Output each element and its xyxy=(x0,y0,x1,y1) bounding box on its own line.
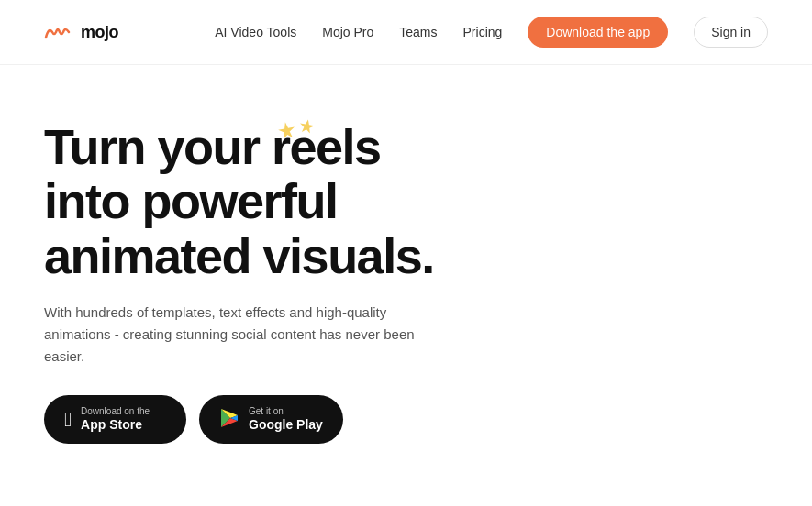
hero-section: Turn your reels xyxy=(0,65,514,506)
logo-text: mojo xyxy=(81,23,118,42)
hero-subtitle: With hundreds of templates, text effects… xyxy=(44,302,429,368)
logo: mojo xyxy=(44,23,118,42)
google-play-button[interactable]: Get it on Google Play xyxy=(199,395,343,444)
logo-svg xyxy=(44,23,73,41)
nav-link-ai-video-tools[interactable]: AI Video Tools xyxy=(215,25,296,39)
google-play-text: Get it on Google Play xyxy=(249,406,323,433)
app-store-label: App Store xyxy=(81,417,142,433)
download-app-button[interactable]: Download the app xyxy=(528,16,668,48)
hero-title-line3: animated visuals. xyxy=(44,228,434,283)
google-play-icon xyxy=(219,408,239,432)
nav-link-teams[interactable]: Teams xyxy=(399,25,437,39)
logo-icon xyxy=(44,23,73,41)
app-store-button[interactable]:  Download on the App Store xyxy=(44,395,186,444)
store-buttons:  Download on the App Store G xyxy=(44,395,470,444)
hero-title-prefix: Turn your xyxy=(44,119,272,174)
nav-links: AI Video Tools Mojo Pro Teams Pricing Do… xyxy=(215,16,768,48)
signin-button[interactable]: Sign in xyxy=(694,16,768,48)
nav-link-mojo-pro[interactable]: Mojo Pro xyxy=(322,25,373,39)
app-store-text: Download on the App Store xyxy=(81,406,150,433)
apple-icon:  xyxy=(64,410,72,430)
hero-title-line2: into powerful xyxy=(44,173,337,228)
hero-title: Turn your reels xyxy=(44,120,470,283)
google-play-sublabel: Get it on xyxy=(249,406,284,417)
google-play-label: Google Play xyxy=(249,417,323,433)
navbar: mojo AI Video Tools Mojo Pro Teams Prici… xyxy=(0,0,812,65)
hero-highlight-word: reels xyxy=(272,120,381,174)
app-store-sublabel: Download on the xyxy=(81,406,150,417)
nav-link-pricing[interactable]: Pricing xyxy=(463,25,503,39)
google-play-svg xyxy=(219,408,239,428)
